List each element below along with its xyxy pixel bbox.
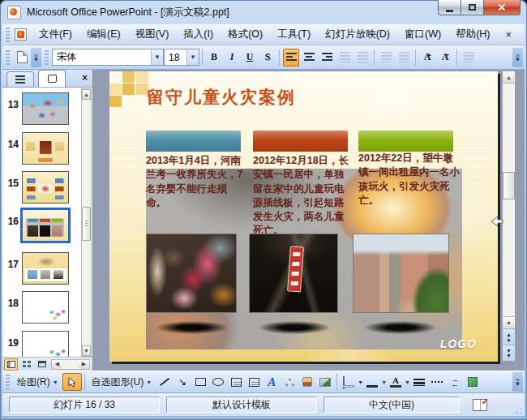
- line-color-button[interactable]: [364, 373, 380, 391]
- menu-drag-handle[interactable]: [6, 28, 10, 42]
- wordart-button[interactable]: A: [264, 373, 280, 391]
- oval-tool-button[interactable]: [210, 373, 226, 391]
- font-dropdown-icon[interactable]: ▼: [151, 49, 163, 65]
- scroll-left-icon[interactable]: ◀: [52, 360, 62, 369]
- dash-style-button[interactable]: [429, 373, 445, 391]
- slides-icon: [48, 75, 57, 83]
- font-color-dropdown-icon[interactable]: ▼: [405, 379, 410, 385]
- resize-grip[interactable]: [513, 405, 523, 414]
- bold-button[interactable]: B: [206, 49, 222, 66]
- align-center-button[interactable]: [301, 49, 317, 66]
- spellcheck-icon[interactable]: [473, 399, 487, 411]
- shadow-style-button[interactable]: [465, 373, 481, 391]
- editor-scrollbar[interactable]: ▲ ▼ ▲▲ ▼▼: [502, 71, 516, 362]
- close-button[interactable]: ✕: [484, 0, 521, 15]
- slide-thumbnail-14[interactable]: [22, 132, 69, 165]
- fill-color-dropdown-icon[interactable]: ▼: [358, 379, 363, 385]
- align-right-button[interactable]: [319, 49, 335, 66]
- pane-scrollbar[interactable]: ▲ ▼: [81, 88, 92, 357]
- menu-edit[interactable]: 编辑(E): [79, 24, 128, 45]
- title-bar[interactable]: Microsoft Office PowerPoint - [演示文稿2.ppt…: [0, 0, 527, 24]
- slide-title[interactable]: 留守儿童火灾案例: [147, 86, 296, 109]
- line-style-button[interactable]: [411, 373, 427, 391]
- next-slide-button[interactable]: ▼▼: [503, 345, 515, 361]
- decrease-font-button[interactable]: A: [437, 49, 453, 66]
- column-text-3[interactable]: 2012年22日，望牛墩镇一间出租屋内一名小孩玩火，引发火灾死亡。: [358, 152, 462, 208]
- italic-button[interactable]: I: [224, 49, 240, 66]
- font-name-select[interactable]: 宋体 ▼: [52, 49, 164, 66]
- select-objects-button[interactable]: [62, 373, 82, 391]
- size-dropdown-icon[interactable]: ▼: [186, 49, 199, 65]
- slideshow-view-button[interactable]: [35, 358, 49, 371]
- fill-color-button[interactable]: [341, 373, 357, 391]
- close-pane-button[interactable]: ×: [82, 72, 88, 84]
- slide-thumbnail-16-selected[interactable]: [20, 208, 71, 243]
- diagram-button[interactable]: [281, 373, 298, 391]
- scroll-right-icon[interactable]: ▶: [79, 360, 89, 369]
- line-color-dropdown-icon[interactable]: ▼: [381, 379, 387, 385]
- scrollbar-thumb[interactable]: [503, 172, 515, 199]
- menu-insert[interactable]: 插入(I): [176, 24, 221, 45]
- drawbar-overflow-button[interactable]: »▼: [512, 372, 523, 392]
- slide-thumbnail-17[interactable]: [22, 252, 69, 285]
- design-template-indicator[interactable]: 默认设计模板: [166, 396, 317, 413]
- format-drag-handle[interactable]: [45, 50, 49, 65]
- toolbar-drag-handle[interactable]: [6, 50, 10, 65]
- autoshapes-menu-button[interactable]: 自选图形(U)▼: [88, 373, 156, 392]
- slide-thumbnail-13[interactable]: [22, 92, 69, 125]
- normal-view-button[interactable]: [4, 358, 18, 371]
- pane-scrollbar-thumb[interactable]: [82, 207, 91, 241]
- minimize-button[interactable]: [438, 0, 461, 15]
- maximize-button[interactable]: [461, 0, 484, 15]
- textbox-tool-button[interactable]: [228, 373, 244, 391]
- arrow-tool-button[interactable]: ↘: [174, 373, 191, 391]
- scroll-down-icon[interactable]: ▼: [503, 316, 515, 328]
- slide-thumbnail-18[interactable]: [22, 291, 69, 324]
- tab-outline[interactable]: [6, 71, 34, 87]
- column-bar-teal[interactable]: [146, 131, 241, 152]
- new-document-button[interactable]: [14, 49, 30, 66]
- font-size-select[interactable]: 18 ▼: [164, 49, 199, 66]
- photo-fire-aftermath[interactable]: [146, 234, 237, 313]
- scroll-down-icon[interactable]: ▼: [82, 345, 91, 356]
- menu-tools[interactable]: 工具(T): [270, 24, 318, 45]
- scrollbar-track[interactable]: [503, 84, 515, 316]
- clipart-button[interactable]: [299, 373, 315, 391]
- underline-button[interactable]: U: [242, 49, 258, 66]
- draw-menu-button[interactable]: 绘图(R)▼: [13, 373, 62, 392]
- previous-slide-button[interactable]: ▲▲: [503, 328, 515, 345]
- text-shadow-button[interactable]: S: [259, 49, 276, 66]
- column-bar-orange[interactable]: [253, 131, 348, 152]
- menu-view[interactable]: 视图(V): [128, 24, 177, 45]
- photo-buildings[interactable]: [353, 234, 449, 313]
- column-text-1[interactable]: 2013年1月4日，河南兰考一收养所失火，7名弃婴不能行走殒命。: [146, 154, 246, 210]
- format-toolbar-overflow-button[interactable]: »▼: [512, 48, 523, 67]
- slide-sorter-view-button[interactable]: [19, 358, 33, 371]
- menu-format[interactable]: 格式(O): [221, 24, 270, 45]
- column-bar-green[interactable]: [358, 131, 453, 152]
- scroll-up-icon[interactable]: ▲: [503, 71, 515, 84]
- scroll-up-icon[interactable]: ▲: [82, 89, 91, 100]
- tab-slides[interactable]: [38, 70, 66, 87]
- language-indicator[interactable]: 中文(中国): [323, 396, 460, 413]
- menu-file[interactable]: 文件(F): [32, 24, 79, 45]
- line-tool-button[interactable]: [156, 373, 173, 391]
- rectangle-tool-button[interactable]: [192, 373, 208, 391]
- vertical-textbox-button[interactable]: [246, 373, 262, 391]
- arrow-style-button[interactable]: →←: [447, 373, 463, 391]
- insert-picture-button[interactable]: [317, 373, 333, 391]
- column-text-2[interactable]: 2012年12月18日，长安镇一民居中，单独留在家中的儿童玩电源插线板，引起短路…: [253, 154, 353, 238]
- font-color-button[interactable]: A: [388, 373, 404, 391]
- close-document-button[interactable]: ×: [500, 27, 516, 42]
- slide-canvas[interactable]: 留守儿童火灾案例 2013年1月4日，河南兰考一收养所失火，7名弃婴不能行走殒命…: [109, 71, 498, 362]
- horizontal-scrollbar[interactable]: ◀ ▶: [51, 359, 90, 370]
- increase-font-button[interactable]: A: [419, 49, 435, 66]
- menu-slideshow[interactable]: 幻灯片放映(D): [318, 24, 397, 45]
- drawbar-drag-handle[interactable]: [6, 375, 10, 389]
- align-left-button[interactable]: [283, 49, 299, 66]
- menu-help[interactable]: 帮助(H): [448, 24, 497, 45]
- photo-power-strip[interactable]: [249, 234, 338, 313]
- slide-thumbnail-15[interactable]: [22, 171, 69, 204]
- menu-window[interactable]: 窗口(W): [397, 24, 448, 45]
- standard-toolbar-overflow-button[interactable]: »▼: [31, 48, 41, 67]
